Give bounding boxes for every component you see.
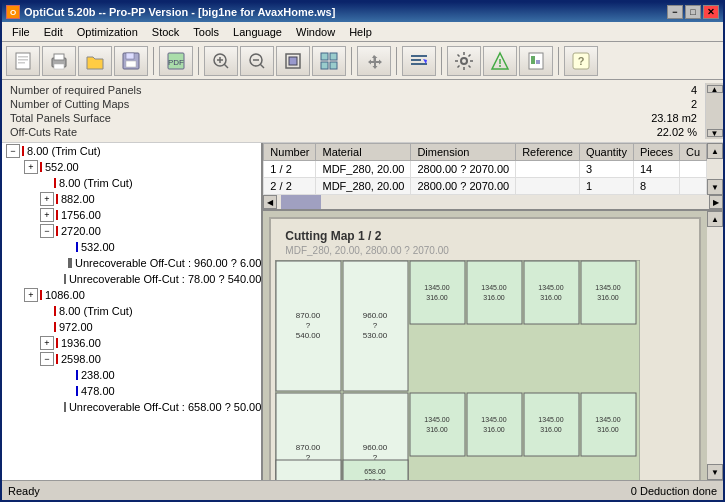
svg-rect-5 bbox=[54, 54, 64, 60]
tree-item-12[interactable]: + 1936.00 bbox=[2, 335, 261, 351]
tree-item-9[interactable]: + 1086.00 bbox=[2, 287, 261, 303]
expand-btn-13[interactable]: − bbox=[40, 352, 54, 366]
menu-optimization[interactable]: Optimization bbox=[71, 24, 144, 40]
tree-item-14[interactable]: 238.00 bbox=[2, 367, 261, 383]
settings-button[interactable] bbox=[447, 46, 481, 76]
menu-tools[interactable]: Tools bbox=[187, 24, 225, 40]
tree-item-10[interactable]: 8.00 (Trim Cut) bbox=[2, 303, 261, 319]
col-reference: Reference bbox=[516, 144, 580, 161]
expand-btn-3[interactable]: + bbox=[40, 192, 54, 206]
stat-off-cuts: Off-Cuts Rate 22.02 % bbox=[10, 125, 697, 139]
toolbar-sep-6 bbox=[558, 47, 559, 75]
title-bar: O OptiCut 5.20b -- Pro-PP Version - [big… bbox=[2, 2, 723, 22]
fit-button[interactable] bbox=[276, 46, 310, 76]
expand-btn-9[interactable]: + bbox=[24, 288, 38, 302]
table-scroll-up[interactable]: ▲ bbox=[707, 143, 723, 159]
menu-language[interactable]: Language bbox=[227, 24, 288, 40]
expand-btn-4[interactable]: + bbox=[40, 208, 54, 222]
tree-item-2[interactable]: 8.00 (Trim Cut) bbox=[2, 175, 261, 191]
cutting-maps-value: 2 bbox=[637, 98, 697, 110]
report-button[interactable] bbox=[519, 46, 553, 76]
svg-text:316.00: 316.00 bbox=[427, 426, 449, 433]
svg-line-13 bbox=[224, 64, 228, 68]
table-scroll-left[interactable]: ◀ bbox=[263, 195, 277, 209]
status-bar: Ready 0 Deduction done bbox=[2, 480, 723, 500]
table-scroll-down[interactable]: ▼ bbox=[707, 179, 723, 195]
stats-scroll-down[interactable]: ▼ bbox=[707, 129, 723, 137]
tree-item-4[interactable]: + 1756.00 bbox=[2, 207, 261, 223]
svg-text:870.00: 870.00 bbox=[296, 311, 321, 320]
status-left: Ready bbox=[8, 485, 40, 497]
open-button[interactable] bbox=[78, 46, 112, 76]
cutting-map-svg: 870.00 ? 540.00 960.00 ? 530.00 bbox=[275, 260, 640, 480]
tree-item-7[interactable]: Unrecoverable Off-Cut : 960.00 ? 6.00 bbox=[2, 255, 261, 271]
edit-button[interactable] bbox=[402, 46, 436, 76]
expand-btn-5[interactable]: − bbox=[40, 224, 54, 238]
tree-label-1: 552.00 bbox=[45, 161, 79, 173]
tree-item-3[interactable]: + 882.00 bbox=[2, 191, 261, 207]
pan-button[interactable] bbox=[357, 46, 391, 76]
table-cell-0-1: MDF_280, 20.00 bbox=[316, 161, 411, 178]
tree-item-6[interactable]: 532.00 bbox=[2, 239, 261, 255]
tree-item-0[interactable]: − 8.00 (Trim Cut) bbox=[2, 143, 261, 159]
expand-btn-12[interactable]: + bbox=[40, 336, 54, 350]
svg-rect-23 bbox=[321, 62, 328, 69]
view-button[interactable] bbox=[312, 46, 346, 76]
table-cell-1-0: 2 / 2 bbox=[264, 178, 316, 195]
toolbar-sep-1 bbox=[153, 47, 154, 75]
svg-text:1345.00: 1345.00 bbox=[425, 284, 450, 291]
title-bar-controls: − □ ✕ bbox=[667, 5, 719, 19]
expand-btn-0[interactable]: − bbox=[6, 144, 20, 158]
svg-text:316.00: 316.00 bbox=[541, 426, 563, 433]
menu-file[interactable]: File bbox=[6, 24, 36, 40]
table-row[interactable]: 1 / 2MDF_280, 20.002800.00 ? 2070.00314 bbox=[264, 161, 707, 178]
menu-window[interactable]: Window bbox=[290, 24, 341, 40]
svg-point-31 bbox=[499, 65, 501, 67]
zoom-in-button[interactable] bbox=[204, 46, 238, 76]
tree-label-3: 882.00 bbox=[61, 193, 95, 205]
table-row[interactable]: 2 / 2MDF_280, 20.002800.00 ? 2070.0018 bbox=[264, 178, 707, 195]
map-scroll-up[interactable]: ▲ bbox=[707, 211, 723, 227]
table-scroll-htrack bbox=[277, 195, 709, 209]
tree-label-9: 1086.00 bbox=[45, 289, 85, 301]
print-button[interactable] bbox=[42, 46, 76, 76]
table-cell-1-5: 8 bbox=[633, 178, 679, 195]
off-cuts-value: 22.02 % bbox=[637, 126, 697, 138]
table-cell-1-6 bbox=[679, 178, 706, 195]
table-cell-0-2: 2800.00 ? 2070.00 bbox=[411, 161, 516, 178]
tree-item-1[interactable]: + 552.00 bbox=[2, 159, 261, 175]
help-button[interactable]: ? bbox=[564, 46, 598, 76]
new-button[interactable] bbox=[6, 46, 40, 76]
tree-item-15[interactable]: 478.00 bbox=[2, 383, 261, 399]
svg-text:316.00: 316.00 bbox=[427, 294, 449, 301]
tree-item-16[interactable]: Unrecoverable Off-Cut : 658.00 ? 50.00 bbox=[2, 399, 261, 415]
tree-item-8[interactable]: Unrecoverable Off-Cut : 78.00 ? 540.00 bbox=[2, 271, 261, 287]
svg-text:?: ? bbox=[373, 321, 378, 330]
tree-item-5[interactable]: − 2720.00 bbox=[2, 223, 261, 239]
tree-item-11[interactable]: 972.00 bbox=[2, 319, 261, 335]
table-scroll-right[interactable]: ▶ bbox=[709, 195, 723, 209]
export-button[interactable]: PDF bbox=[159, 46, 193, 76]
optimize-button[interactable] bbox=[483, 46, 517, 76]
col-cu: Cu bbox=[679, 144, 706, 161]
svg-text:PDF: PDF bbox=[168, 58, 184, 67]
minimize-button[interactable]: − bbox=[667, 5, 683, 19]
toolbar-sep-3 bbox=[351, 47, 352, 75]
menu-edit[interactable]: Edit bbox=[38, 24, 69, 40]
maximize-button[interactable]: □ bbox=[685, 5, 701, 19]
tree-label-12: 1936.00 bbox=[61, 337, 101, 349]
stats-scroll-up[interactable]: ▲ bbox=[707, 85, 723, 93]
menu-stock[interactable]: Stock bbox=[146, 24, 186, 40]
right-side: Number Material Dimension Reference Quan… bbox=[263, 143, 723, 480]
tree-item-13[interactable]: − 2598.00 bbox=[2, 351, 261, 367]
tree-label-16: Unrecoverable Off-Cut : 658.00 ? 50.00 bbox=[69, 401, 261, 413]
zoom-out-button[interactable] bbox=[240, 46, 274, 76]
close-button[interactable]: ✕ bbox=[703, 5, 719, 19]
svg-rect-46 bbox=[410, 261, 465, 324]
save-button[interactable] bbox=[114, 46, 148, 76]
table-panel: Number Material Dimension Reference Quan… bbox=[263, 143, 723, 211]
svg-rect-9 bbox=[126, 61, 136, 67]
map-scroll-down[interactable]: ▼ bbox=[707, 464, 723, 480]
menu-help[interactable]: Help bbox=[343, 24, 378, 40]
expand-btn-1[interactable]: + bbox=[24, 160, 38, 174]
